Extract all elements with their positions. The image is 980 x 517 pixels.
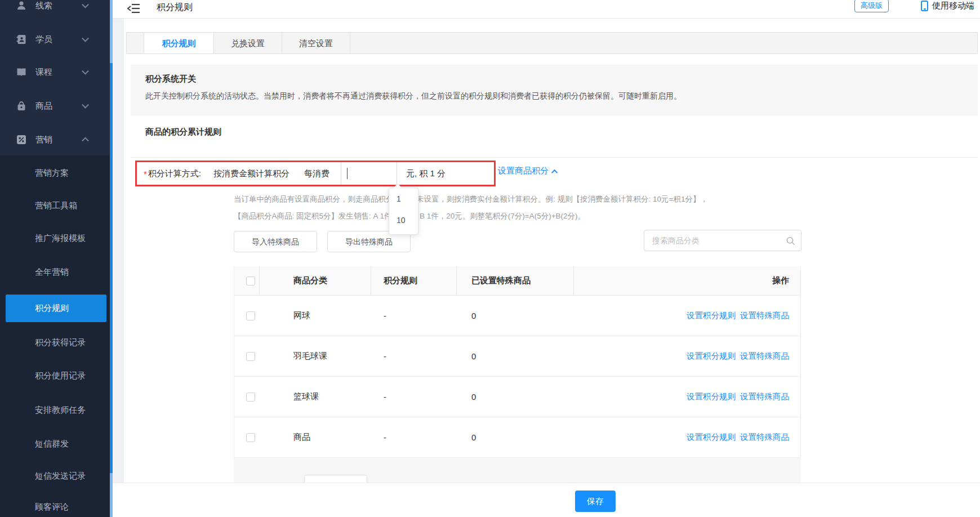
sub-item-label: 安排教师任务 [35,405,86,416]
column-header-actions: 操作 [574,266,800,295]
section-divider [131,157,978,158]
points-switch-title: 积分系统开关 [145,74,196,84]
set-special-goods-link[interactable]: 设置特殊商品 [740,391,789,402]
sidebar-item-label: 商品 [35,101,52,112]
per-consume-label: 每消费 [304,168,329,179]
premium-version-button[interactable]: 高级版 [854,0,889,12]
menu-fold-icon[interactable] [127,2,141,15]
accumulation-rules-heading: 商品的积分累计规则 [145,127,221,137]
sub-item-label: 积分使用记录 [35,371,86,381]
row-checkbox[interactable] [246,352,255,361]
sidebar-item-label: 营销 [35,135,52,145]
amount-input[interactable] [341,162,397,185]
import-special-goods-button[interactable]: 导入特殊商品 [234,231,317,252]
set-product-points-link[interactable]: 设置商品积分 [498,166,558,176]
sidebar-item-label: 学员 [35,34,52,45]
sidebar-item-marketing[interactable]: 营销 [0,125,113,154]
cell-rule: - [371,296,457,336]
set-points-rule-link[interactable]: 设置积分规则 [687,310,736,321]
table-header-row: 商品分类 积分规则 已设置特殊商品 操作 [234,266,800,296]
cell-special-count: 0 [457,336,574,376]
dropdown-option-1[interactable]: 1 [389,188,418,210]
set-special-goods-link[interactable]: 设置特殊商品 [740,432,789,443]
points-switch-panel: 积分系统开关 此开关控制积分系统的活动状态。当禁用时，消费者将不再通过消费获得积… [131,65,978,115]
tab-bar: 积分规则 兑换设置 清空设置 [126,32,978,54]
sidebar-item-students[interactable]: 学员 [0,25,113,54]
sidebar-item-points-rules[interactable]: 积分规则 [6,295,106,322]
cell-category: 羽毛球课 [260,336,371,376]
sidebar-item-sms-batch[interactable]: 短信群发 [0,433,113,454]
amount-suffix-label: 元, 积 1 分 [406,168,446,179]
use-mobile-label: 使用移动端 [932,1,974,11]
sub-item-label: 营销工具箱 [35,200,77,211]
calc-method-value: 按消费金额计算积分 [213,168,289,179]
search-category-box [644,230,801,251]
tab-clear-settings[interactable]: 清空设置 [282,33,350,54]
cell-special-count: 0 [457,296,574,336]
sidebar-item-teacher-tasks[interactable]: 安排教师任务 [0,399,113,421]
sidebar-item-points-gain-records[interactable]: 积分获得记录 [0,332,113,353]
cell-rule: - [371,417,457,457]
sub-item-label: 短信群发 [35,439,69,449]
cell-rule: - [371,336,457,376]
tab-exchange-settings[interactable]: 兑换设置 [214,33,282,54]
chevron-down-icon [82,101,89,109]
table-row: 羽毛球课 - 0 设置积分规则 设置特殊商品 [234,336,800,377]
dropdown-option-10[interactable]: 10 [389,210,418,231]
user-icon [16,0,27,11]
select-all-checkbox[interactable] [246,277,255,286]
book-icon [16,66,27,78]
sub-item-label: 推广海报模板 [35,233,86,244]
set-special-goods-link[interactable]: 设置特殊商品 [740,351,789,362]
set-points-rule-link[interactable]: 设置积分规则 [687,391,736,402]
cell-special-count: 0 [457,417,574,457]
row-checkbox[interactable] [246,433,255,442]
column-header-special: 已设置特殊商品 [457,266,574,295]
table-footer-band [234,458,801,483]
sidebar-item-annual-marketing[interactable]: 全年营销 [0,261,113,283]
sidebar-item-points-usage-records[interactable]: 积分使用记录 [0,365,113,386]
save-bar: 保存 [113,483,980,517]
cell-rule: - [371,377,457,417]
sidebar-item-label: 线索 [35,1,52,11]
help-text-line1: 当订单中的商品有设置商品积分，则走商品积分规则；未设置，则按消费实付金额计算积分… [234,194,708,204]
cell-category: 商品 [260,417,371,457]
sidebar-item-customer-reviews[interactable]: 顾客评论 [0,496,113,517]
set-points-rule-link[interactable]: 设置积分规则 [687,432,736,443]
table-row: 商品 - 0 设置积分规则 设置特殊商品 [234,417,800,458]
sidebar-item-courses[interactable]: 课程 [0,57,113,87]
cell-special-count: 0 [457,377,574,417]
sidebar-item-sms-send-records[interactable]: 短信发送记录 [0,465,113,487]
use-mobile-link[interactable]: 使用移动端 [921,1,974,11]
contact-book-icon [16,34,27,45]
search-input[interactable] [644,230,801,251]
save-button[interactable]: 保存 [575,491,616,512]
set-special-goods-link[interactable]: 设置特殊商品 [740,310,789,321]
sidebar-item-poster-template[interactable]: 推广海报模板 [0,228,113,249]
sidebar-item-marketing-toolbox[interactable]: 营销工具箱 [0,195,113,216]
text-caret [347,168,348,179]
row-checkbox[interactable] [246,311,255,320]
tab-points-rules[interactable]: 积分规则 [144,33,214,54]
row-checkbox[interactable] [246,393,255,402]
column-header-category: 商品分类 [260,266,371,295]
points-calc-rule-row: * 积分计算方式: 按消费金额计算积分 每消费 元, 积 1 分 [135,161,496,186]
sidebar-item-label: 课程 [35,67,52,78]
sidebar-submenu-marketing: 营销方案 营销工具箱 推广海报模板 全年营销 积分规则 积分获得记录 积分使用记… [0,155,113,517]
sidebar-item-goods[interactable]: 商品 [0,91,113,121]
phone-icon [921,1,928,11]
set-product-points-label: 设置商品积分 [498,166,549,176]
calc-method-label: * 积分计算方式: [144,168,201,179]
shopping-bag-icon [16,100,27,112]
content-card: 积分规则 兑换设置 清空设置 积分系统开关 此开关控制积分系统的活动状态。当禁用… [124,19,980,483]
sub-item-label: 全年营销 [35,267,69,278]
set-points-rule-link[interactable]: 设置积分规则 [687,351,736,362]
sidebar-item-marketing-plan[interactable]: 营销方案 [0,162,113,184]
sidebar-item-leads[interactable]: 线索 [0,0,113,20]
amount-suggestion-dropdown: 1 10 [389,188,418,235]
chevron-down-icon [82,68,89,75]
batch-action-button-partial[interactable] [304,475,367,483]
chevron-up-icon [82,137,89,144]
chevron-up-icon [551,170,558,176]
sub-item-label: 积分获得记录 [35,337,86,348]
